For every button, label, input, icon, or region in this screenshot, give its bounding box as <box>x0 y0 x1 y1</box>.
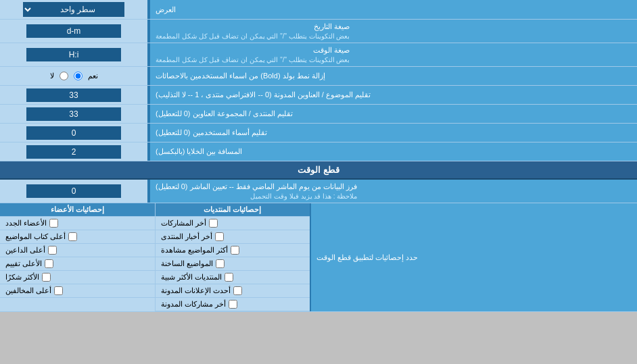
bold-no-radio[interactable] <box>60 72 68 80</box>
forum-trim-label: تقليم المنتدى / المجموعة العناوين (0 للت… <box>149 105 637 123</box>
bold-remove-value: نعم لا <box>0 67 149 85</box>
topics-trim-row: تقليم الموضوع / العناوين المدونة (0 -- ا… <box>0 86 637 105</box>
time-cutoff-header: قطع الوقت <box>0 161 637 180</box>
posts-stat-item-6: أحدث الإعلانات المدونة <box>156 284 310 298</box>
display-mode-select[interactable]: سطر واحد متعدد <box>23 2 124 17</box>
time-cutoff-input[interactable] <box>26 184 121 198</box>
posts-stat-checkbox-2[interactable] <box>215 232 224 241</box>
members-stat-item-5: الأكثر شكرًا <box>0 271 155 284</box>
forum-trim-value <box>0 105 149 123</box>
posts-stat-item-7: أخر مشاركات المدونة <box>156 298 310 311</box>
cell-gap-row: المسافة بين الخلايا (بالبكسل) <box>0 142 637 161</box>
bold-yes-label: نعم <box>88 72 98 80</box>
bold-yes-radio[interactable] <box>74 72 82 80</box>
topics-trim-label: تقليم الموضوع / العناوين المدونة (0 -- ا… <box>149 86 637 104</box>
cell-gap-value <box>0 142 149 161</box>
stats-columns: إحصائيات المنتديات أخر المشاركات أخر أخب… <box>0 203 311 311</box>
members-stat-checkbox-2[interactable] <box>68 232 77 241</box>
username-trim-input[interactable] <box>26 126 121 140</box>
members-stat-item-2: أعلى كتاب المواضيع <box>0 230 155 244</box>
username-trim-value <box>0 124 149 142</box>
cell-gap-label: المسافة بين الخلايا (بالبكسل) <box>149 142 637 161</box>
date-format-input[interactable] <box>26 24 121 38</box>
forum-trim-row: تقليم المنتدى / المجموعة العناوين (0 للت… <box>0 105 637 124</box>
members-stats-col: إحصائيات الأعضاء الأعضاء الجدد أعلى كتاب… <box>0 203 155 311</box>
forum-trim-input[interactable] <box>26 107 121 121</box>
members-stat-item-4: الأعلى تقييم <box>0 257 155 271</box>
bold-remove-label: إزالة نمط بولد (Bold) من اسماء المستخدمي… <box>149 67 637 85</box>
topics-trim-value <box>0 86 149 104</box>
bold-no-label: لا <box>50 72 54 80</box>
time-format-value <box>0 43 149 66</box>
time-cutoff-row: فرز البيانات من يوم الماشر الماضي فقط --… <box>0 180 637 203</box>
posts-stat-checkbox-1[interactable] <box>209 219 218 228</box>
posts-stat-checkbox-4[interactable] <box>216 259 225 268</box>
main-container: العرض سطر واحد متعدد صيغة التاريخ بعض ال… <box>0 0 637 312</box>
posts-stat-item-1: أخر المشاركات <box>156 217 310 230</box>
posts-stat-checkbox-6[interactable] <box>233 286 242 295</box>
members-stat-item-3: أعلى الداعين <box>0 244 155 257</box>
members-stat-item-1: الأعضاء الجدد <box>0 217 155 230</box>
posts-stat-checkbox-5[interactable] <box>225 273 233 282</box>
posts-stat-item-2: أخر أخبار المنتدى <box>156 230 310 244</box>
time-cutoff-value <box>0 180 149 203</box>
stats-apply-label: حدد إحصائيات لتطبيق قطع الوقت <box>311 203 637 311</box>
posts-stats-col: إحصائيات المنتديات أخر المشاركات أخر أخب… <box>155 203 310 311</box>
topics-trim-input[interactable] <box>26 88 121 102</box>
display-mode-row: العرض سطر واحد متعدد <box>0 0 637 20</box>
posts-stat-checkbox-7[interactable] <box>229 300 237 309</box>
stats-apply-row: حدد إحصائيات لتطبيق قطع الوقت إحصائيات ا… <box>0 203 637 312</box>
members-stat-checkbox-6[interactable] <box>54 286 63 295</box>
members-stats-header: إحصائيات الأعضاء <box>0 203 155 217</box>
time-format-row: صيغة الوقت بعض التكوينات يتطلب "/" التي … <box>0 43 637 67</box>
posts-stat-item-4: المواضيع الساخنة <box>156 257 310 271</box>
cell-gap-input[interactable] <box>26 145 121 159</box>
posts-stat-item-3: أكثر المواضيع مشاهدة <box>156 244 310 257</box>
date-format-value <box>0 20 149 43</box>
members-stat-checkbox-4[interactable] <box>45 259 53 268</box>
posts-stat-checkbox-3[interactable] <box>231 246 239 255</box>
time-format-input[interactable] <box>26 48 121 61</box>
members-stat-checkbox-5[interactable] <box>42 273 51 282</box>
date-format-label: صيغة التاريخ بعض التكوينات يتطلب "/" الت… <box>149 20 637 43</box>
time-format-label: صيغة الوقت بعض التكوينات يتطلب "/" التي … <box>149 43 637 66</box>
username-trim-row: تقليم أسماء المستخدمين (0 للتعطيل) <box>0 124 637 142</box>
date-format-row: صيغة التاريخ بعض التكوينات يتطلب "/" الت… <box>0 20 637 43</box>
members-stat-item-6: أعلى المخالفين <box>0 284 155 298</box>
bold-remove-row: إزالة نمط بولد (Bold) من اسماء المستخدمي… <box>0 67 637 86</box>
posts-stats-header: إحصائيات المنتديات <box>156 203 310 217</box>
posts-stat-item-5: المنتديات الأكثر شبية <box>156 271 310 284</box>
username-trim-label: تقليم أسماء المستخدمين (0 للتعطيل) <box>149 124 637 142</box>
time-cutoff-label: فرز البيانات من يوم الماشر الماضي فقط --… <box>149 180 637 203</box>
display-mode-label: العرض <box>149 0 637 19</box>
display-mode-value: سطر واحد متعدد <box>0 0 149 19</box>
members-stat-checkbox-3[interactable] <box>48 246 57 255</box>
members-stat-checkbox-1[interactable] <box>49 219 58 228</box>
